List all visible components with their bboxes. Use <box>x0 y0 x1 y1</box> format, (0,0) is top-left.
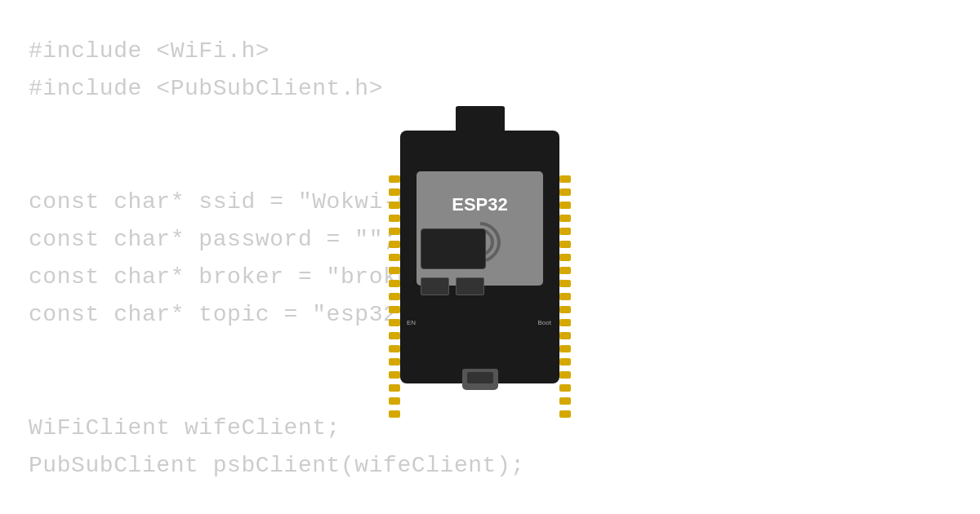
pin-left-10 <box>389 293 400 300</box>
code-line-12: PubSubClient psbClient(wifeClient); <box>29 447 951 485</box>
pin-right-7 <box>559 254 571 261</box>
pin-right-11 <box>559 306 571 313</box>
esp32-chip-label: ESP32 <box>452 194 508 215</box>
pin-left-3 <box>389 202 400 209</box>
usb-connector <box>462 369 498 390</box>
pin-left-9 <box>389 280 400 287</box>
pin-left-5 <box>389 228 400 235</box>
chip-components <box>421 228 539 302</box>
pin-left-19 <box>389 410 400 418</box>
pin-right-18 <box>559 397 571 405</box>
pin-right-3 <box>559 202 571 209</box>
pin-right-4 <box>559 215 571 222</box>
code-line-2: #include <PubSubClient.h> <box>29 70 951 108</box>
pin-right-13 <box>559 332 571 339</box>
pin-left-8 <box>389 267 400 274</box>
pin-left-6 <box>389 241 400 248</box>
pin-right-15 <box>559 358 571 366</box>
pin-left-1 <box>389 175 400 183</box>
pin-right-2 <box>559 188 571 196</box>
pin-left-4 <box>389 215 400 222</box>
en-label: EN <box>407 319 416 326</box>
pin-left-14 <box>389 345 400 352</box>
antenna-notch <box>456 106 505 131</box>
small-chip-2 <box>456 277 484 295</box>
pin-left-15 <box>389 358 400 366</box>
pin-left-7 <box>389 254 400 261</box>
board-pcb: ESP32 EN Boot <box>400 131 559 383</box>
pin-right-1 <box>559 175 571 183</box>
pin-left-17 <box>389 384 400 392</box>
pin-left-11 <box>389 306 400 313</box>
pin-left-12 <box>389 319 400 326</box>
code-line-11: WiFiClient wifeClient; <box>29 410 951 447</box>
pin-right-9 <box>559 280 571 287</box>
pin-right-10 <box>559 293 571 300</box>
boot-label: Boot <box>538 319 551 326</box>
pin-right-16 <box>559 371 571 379</box>
code-line-13 <box>29 485 951 514</box>
pin-left-18 <box>389 397 400 405</box>
pin-right-14 <box>559 345 571 352</box>
main-chip <box>421 228 486 269</box>
small-chip-1 <box>421 277 449 295</box>
pin-right-17 <box>559 384 571 392</box>
esp32-board: ESP32 EN Boot <box>400 106 559 388</box>
bottom-chips <box>421 277 539 295</box>
pin-left-2 <box>389 188 400 196</box>
pins-left <box>389 175 400 418</box>
pin-right-12 <box>559 319 571 326</box>
pin-right-8 <box>559 267 571 274</box>
pin-right-5 <box>559 228 571 235</box>
pin-right-6 <box>559 241 571 248</box>
pin-left-16 <box>389 371 400 379</box>
pin-right-19 <box>559 410 571 418</box>
pins-right <box>559 175 571 418</box>
code-line-1: #include <WiFi.h> <box>29 33 951 70</box>
pin-left-13 <box>389 332 400 339</box>
